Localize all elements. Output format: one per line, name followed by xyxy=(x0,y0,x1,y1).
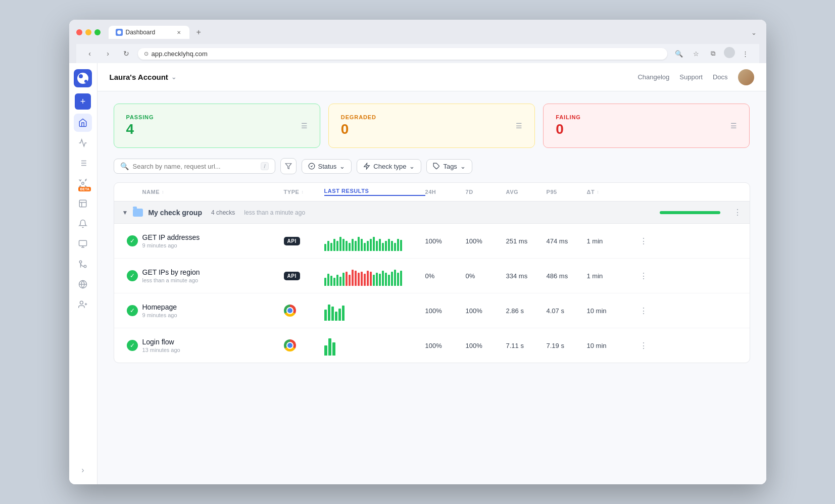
bars-4 xyxy=(324,335,425,356)
bar xyxy=(330,276,332,286)
maximize-button[interactable] xyxy=(94,29,101,35)
degraded-info: DEGRADED 0 xyxy=(341,114,376,137)
account-chevron-icon[interactable]: ⌄ xyxy=(171,74,176,81)
stat-p95-3: 4.07 s xyxy=(547,307,587,315)
sidebar-expand-button[interactable]: › xyxy=(75,462,91,478)
check-row-get-ip: ✓ GET IP addresses 9 minutes ago API xyxy=(114,224,750,259)
group-collapse-icon[interactable]: ▼ xyxy=(122,209,128,216)
refresh-button[interactable]: ↻ xyxy=(120,47,133,60)
passing-filter-icon[interactable]: ☰ xyxy=(301,122,308,130)
bar xyxy=(342,306,345,321)
bar xyxy=(336,275,338,286)
check-name-4[interactable]: Login flow xyxy=(142,338,284,346)
support-link[interactable]: Support xyxy=(679,73,703,81)
forward-button[interactable]: › xyxy=(102,47,115,60)
bar xyxy=(324,278,326,286)
back-button[interactable]: ‹ xyxy=(83,47,96,60)
check-type-dropdown[interactable]: Check type ⌄ xyxy=(357,159,421,174)
browser-options-icon[interactable]: ⋮ xyxy=(739,47,752,60)
check-status-icon-4: ✓ xyxy=(122,340,142,351)
profile-icon[interactable] xyxy=(724,47,735,58)
tags-label: Tags xyxy=(443,163,457,170)
status-cards: PASSING 4 ☰ DEGRADED 0 ☰ xyxy=(114,104,750,148)
sidebar-item-checks[interactable] xyxy=(74,154,92,172)
bar xyxy=(327,274,329,286)
sidebar-item-alerts[interactable] xyxy=(74,215,92,233)
changelog-link[interactable]: Changelog xyxy=(637,73,669,81)
check-name-3[interactable]: Homepage xyxy=(142,303,284,311)
table-header: NAME ↕ TYPE ↕ LAST RESULTS 24H 7D AVG P9… xyxy=(114,183,750,201)
sidebar-item-pulse[interactable] xyxy=(74,134,92,152)
stat-7d-3: 100% xyxy=(466,307,506,315)
sidebar-item-dashboard[interactable] xyxy=(74,114,92,132)
type-sort-icon[interactable]: ↕ xyxy=(301,189,304,194)
bar xyxy=(355,241,357,251)
tags-dropdown[interactable]: Tags ⌄ xyxy=(426,159,472,174)
extensions-icon[interactable]: ⧉ xyxy=(707,47,720,60)
stat-p95-2: 486 ms xyxy=(547,272,587,280)
degraded-card[interactable]: DEGRADED 0 ☰ xyxy=(328,104,535,148)
sidebar-item-beta[interactable]: BETA xyxy=(74,174,92,192)
zoom-icon[interactable]: 🔍 xyxy=(672,47,685,60)
main-content: PASSING 4 ☰ DEGRADED 0 ☰ xyxy=(97,91,766,484)
row-menu-4[interactable]: ⋮ xyxy=(627,341,648,350)
delta-sort-icon[interactable]: ↕ xyxy=(597,189,599,194)
traffic-lights xyxy=(76,29,101,35)
group-menu-button[interactable]: ⋮ xyxy=(733,208,742,217)
group-folder-icon xyxy=(133,209,143,217)
minimize-button[interactable] xyxy=(85,29,91,35)
check-type-4 xyxy=(284,339,324,351)
check-name-1[interactable]: GET IP addresses xyxy=(142,233,284,241)
th-actions xyxy=(627,188,648,196)
bar xyxy=(338,309,341,321)
search-input[interactable] xyxy=(133,163,257,170)
row-menu-3[interactable]: ⋮ xyxy=(627,306,648,316)
address-bar[interactable]: ⊙ app.checklyhq.com xyxy=(138,48,667,60)
new-tab-button[interactable]: + xyxy=(191,25,206,40)
chrome-icon-4 xyxy=(284,339,296,351)
app-header: Laura's Account ⌄ Changelog Support Docs xyxy=(97,63,766,91)
failing-card[interactable]: FAILING 0 ☰ xyxy=(543,104,750,148)
globe-icon xyxy=(78,280,87,289)
row-menu-1[interactable]: ⋮ xyxy=(627,236,648,246)
user-avatar[interactable] xyxy=(738,69,754,85)
status-dropdown[interactable]: Status ⌄ xyxy=(302,159,352,174)
browser-menu[interactable]: ⌄ xyxy=(749,27,759,37)
monitor-icon xyxy=(78,239,87,248)
status-chevron-icon: ⌄ xyxy=(339,163,345,170)
sidebar-item-reporting[interactable] xyxy=(74,194,92,213)
address-bar-row: ‹ › ↻ ⊙ app.checklyhq.com 🔍 ☆ ⧉ ⋮ xyxy=(76,44,759,63)
degraded-label: DEGRADED xyxy=(341,114,376,120)
failing-filter-icon[interactable]: ☰ xyxy=(730,122,737,130)
sidebar-item-global[interactable] xyxy=(74,275,92,293)
browser-tab-active[interactable]: Dashboard ✕ xyxy=(109,26,189,39)
docs-link[interactable]: Docs xyxy=(713,73,728,81)
sidebar-item-users[interactable] xyxy=(74,295,92,314)
bar xyxy=(358,237,360,251)
row-menu-2[interactable]: ⋮ xyxy=(627,271,648,281)
bar xyxy=(379,239,381,251)
bar xyxy=(400,271,402,286)
passing-card[interactable]: PASSING 4 ☰ xyxy=(114,104,320,148)
sidebar-item-synthetic[interactable] xyxy=(74,255,92,273)
tab-close-button[interactable]: ✕ xyxy=(175,29,182,36)
logo-inner xyxy=(77,73,88,84)
check-info-4: Login flow 13 minutes ago xyxy=(142,338,284,353)
close-button[interactable] xyxy=(76,29,82,35)
browser-window: Dashboard ✕ + ⌄ ‹ › ↻ ⊙ app.checklyhq.co… xyxy=(69,20,766,484)
bar xyxy=(361,272,363,286)
check-type-1: API xyxy=(284,237,324,245)
check-pass-icon-4: ✓ xyxy=(127,340,138,351)
check-time-1: 9 minutes ago xyxy=(142,242,284,248)
logo[interactable] xyxy=(74,69,92,87)
bar xyxy=(349,243,351,251)
check-name-2[interactable]: GET IPs by region xyxy=(142,268,284,276)
name-sort-icon[interactable]: ↕ xyxy=(162,189,164,194)
add-check-button[interactable]: + xyxy=(75,93,91,110)
degraded-filter-icon[interactable]: ☰ xyxy=(516,122,522,130)
check-type-2: API xyxy=(284,272,324,280)
filter-button[interactable] xyxy=(280,158,297,174)
bar xyxy=(397,273,399,286)
bookmark-icon[interactable]: ☆ xyxy=(690,47,703,60)
sidebar-item-maintenance[interactable] xyxy=(74,235,92,253)
